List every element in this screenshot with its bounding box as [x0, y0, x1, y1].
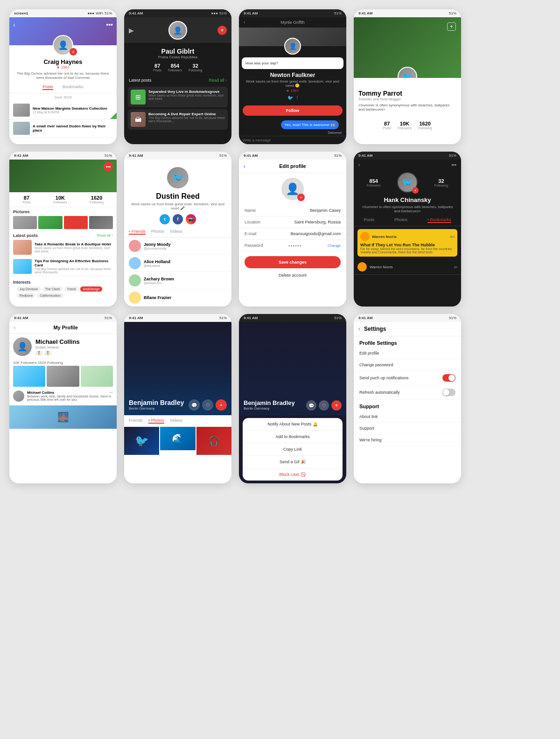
- add-btn-2[interactable]: +: [217, 26, 227, 35]
- tab-friends-10[interactable]: Friends: [129, 418, 143, 424]
- back-icon-12[interactable]: ‹: [358, 326, 360, 332]
- settings-about[interactable]: About link: [354, 411, 461, 423]
- heart-btn-10[interactable]: ♡: [202, 399, 213, 411]
- screen-settings: 9:41 AM 51% ‹ Settings Profile Settings …: [354, 314, 461, 483]
- video-icon-2[interactable]: ▶: [129, 27, 134, 34]
- friend-item-2[interactable]: Alice Holland @aliceland: [124, 255, 231, 272]
- friend-item-3[interactable]: Zachary Brown @brown.bro: [124, 272, 231, 289]
- settings-notifications[interactable]: Send puch up notifications: [354, 371, 461, 385]
- stat-label-posts-2: Posts: [153, 69, 161, 72]
- status-bar-9: 9:41 AM 51%: [9, 314, 117, 322]
- back-icon-1[interactable]: ‹: [13, 21, 15, 28]
- friend-item-1[interactable]: Jenny Moody @jooneymoody: [124, 237, 231, 255]
- save-changes-button[interactable]: Save changes: [245, 256, 341, 268]
- add-btn-4[interactable]: +: [447, 22, 456, 31]
- tab-friends-6[interactable]: • Friends: [129, 229, 146, 235]
- tab-bookmarks-1[interactable]: Bookmarks: [63, 84, 84, 90]
- more-icon-8[interactable]: •••: [451, 162, 456, 167]
- chat-btn-11[interactable]: 💬: [306, 400, 316, 411]
- instagram-btn-6[interactable]: 📷: [186, 214, 196, 224]
- friend-name-4: Bllane Frazier: [144, 295, 171, 300]
- tab-photos-8[interactable]: Photos: [394, 217, 407, 223]
- tag-1[interactable]: Joy Devision: [17, 286, 41, 292]
- settings-label-support: Support: [359, 426, 374, 431]
- post-item-5b[interactable]: Tips For Designing An Effective Business…: [13, 257, 113, 276]
- settings-change-password[interactable]: Change password: [354, 359, 461, 371]
- stats-row-4: 87 Posts 10K Followers 1620 Following: [354, 117, 461, 133]
- msg-input-3[interactable]: [239, 136, 346, 144]
- menu-notify-11[interactable]: Notify About New Posts 🔔: [243, 418, 343, 431]
- add-btn-10[interactable]: +: [216, 399, 227, 411]
- post-item-2[interactable]: A small river named Duden flows by their…: [9, 119, 117, 138]
- tag-2[interactable]: The Clash: [42, 286, 63, 292]
- tab-videos-6[interactable]: Videos: [170, 229, 182, 235]
- cover-5: •••: [9, 160, 117, 192]
- tab-posts-8[interactable]: Posts: [364, 217, 374, 223]
- tab-photos-6[interactable]: Photos: [151, 229, 164, 235]
- post-card-2a[interactable]: ⊞ Separated they Live in Bookmarksgrove …: [128, 87, 228, 107]
- tab-videos-10[interactable]: Videos: [170, 418, 182, 424]
- back-icon-9[interactable]: ‹: [14, 325, 15, 330]
- friend-avatar-4: [129, 292, 141, 304]
- menu-bookmark-11[interactable]: Add to Bookmarks: [243, 431, 343, 443]
- tag-6[interactable]: Californication: [37, 293, 63, 298]
- stat-label-5b: Followers: [53, 201, 67, 204]
- avatar-wrap-3: 👤: [239, 38, 346, 55]
- post-item-1[interactable]: New Maison Margiela Sneakers Collection …: [9, 101, 117, 119]
- back-icon-8[interactable]: ‹: [358, 162, 360, 167]
- status-icons-4: 51%: [449, 11, 456, 15]
- cover-10: Benjamin Bradley Berlin Germany 💬 ♡ +: [124, 322, 231, 415]
- read-all-2[interactable]: Read all ›: [209, 78, 227, 83]
- follow-button-3[interactable]: Follow: [243, 105, 343, 116]
- profile-img-2: [47, 366, 79, 387]
- back-icon-3[interactable]: ‹: [244, 20, 245, 25]
- pic-3: [64, 216, 88, 229]
- friend-item-4[interactable]: Bllane Frazier: [124, 289, 231, 307]
- user-location-10: Berlin Germany: [129, 406, 184, 411]
- tab-photos-10[interactable]: • Photos: [148, 418, 164, 424]
- delete-account-button[interactable]: Delete account: [239, 270, 346, 280]
- notification2-8[interactable]: Warren Norris 1h: [354, 259, 461, 275]
- facebook-btn-6[interactable]: f: [173, 214, 183, 224]
- stat-posts-4: 87 Posts: [383, 121, 391, 130]
- notif-author-8: Warren Norris: [372, 235, 397, 239]
- message-field-3[interactable]: [243, 138, 343, 142]
- tag-5[interactable]: Redbone: [17, 293, 35, 298]
- notif2-author-8: Warren Norris: [370, 265, 392, 269]
- comment-more-9[interactable]: •••: [110, 390, 113, 395]
- menu-block-11[interactable]: Block User 🚫: [243, 468, 343, 481]
- menu-copy-11[interactable]: Copy Link: [243, 443, 343, 456]
- more-icon-5[interactable]: •••: [104, 162, 113, 171]
- chat-btn-10[interactable]: 💬: [189, 399, 200, 411]
- refresh-toggle[interactable]: [442, 389, 455, 396]
- settings-refresh[interactable]: Refresh automatically: [354, 385, 461, 400]
- change-password-btn[interactable]: Change: [328, 244, 341, 248]
- heart-btn-11[interactable]: ♡: [319, 400, 329, 411]
- notification-8[interactable]: Warren Norris 8m What If They Let You Ru…: [357, 229, 457, 257]
- post-item-5a[interactable]: Take A Romantic Break In A Boutique Hote…: [13, 238, 113, 257]
- settings-edit-profile[interactable]: Edit profile: [354, 348, 461, 359]
- post-title-2a: Separated they Live in Bookmarksgrove: [148, 90, 225, 94]
- tag-4[interactable]: Art&Design: [80, 286, 102, 292]
- avatar-3: 👤: [284, 38, 301, 55]
- more-icon-1[interactable]: •••: [106, 21, 113, 28]
- post-card-2b[interactable]: 🏔 Becoming A Dvd Repair Expert Online Th…: [128, 109, 228, 130]
- user-card-4: Tommy Parrot Traveler and food blogger «…: [354, 78, 461, 117]
- edit-avatar-btn-7[interactable]: +: [297, 194, 305, 201]
- read-all-5[interactable]: Read all ›: [97, 233, 113, 238]
- add-btn-11[interactable]: +: [331, 400, 342, 411]
- settings-hiring[interactable]: We're hiring: [354, 434, 461, 446]
- menu-gif-11[interactable]: Send a Gif 🎉: [243, 456, 343, 468]
- tab-bookmarks-8[interactable]: • Bookmarks: [427, 217, 451, 223]
- back-icon-7[interactable]: ‹: [244, 163, 245, 169]
- twitter-btn-6[interactable]: t: [160, 214, 170, 224]
- notifications-toggle[interactable]: [442, 374, 455, 382]
- add-photo-btn-1[interactable]: +: [70, 48, 77, 56]
- screen-paul-giblrt: 9:41 AM ●●● 51% ▶ 👤 + Paul Giblrt Praha …: [124, 9, 231, 144]
- settings-support[interactable]: Support: [354, 423, 461, 434]
- stat-num-4a: 87: [383, 121, 391, 126]
- time-5: 9:41 AM: [14, 153, 28, 158]
- tag-3[interactable]: Travel: [64, 286, 79, 292]
- add-btn-8[interactable]: +: [412, 187, 419, 194]
- tab-posts-1[interactable]: Posts: [42, 84, 53, 90]
